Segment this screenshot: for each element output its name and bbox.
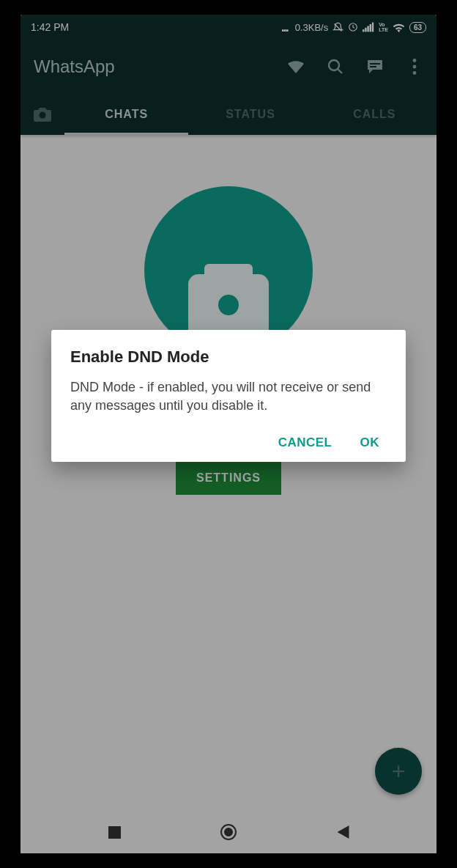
dialog-title: Enable DND Mode (70, 347, 387, 367)
cancel-button[interactable]: CANCEL (278, 435, 332, 450)
ok-button[interactable]: OK (360, 435, 380, 450)
dialog-body: DND Mode - if enabled, you will not rece… (70, 378, 387, 415)
phone-screen: 1:42 PM ... 0.3KB/s VoLTE 63 WhatsApp (21, 15, 436, 853)
dnd-dialog: Enable DND Mode DND Mode - if enabled, y… (51, 330, 406, 462)
